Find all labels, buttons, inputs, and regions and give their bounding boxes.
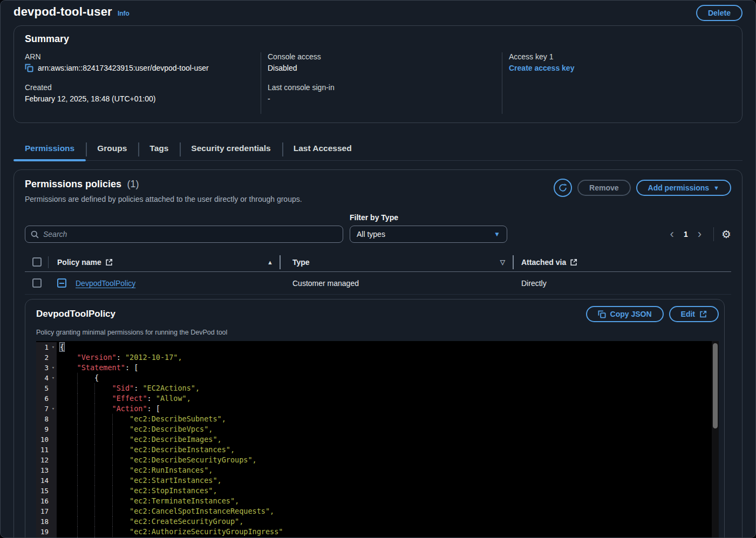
console-access-field: Console access Disabled — [268, 52, 493, 72]
previous-page-button[interactable]: ‹ — [666, 228, 678, 240]
fold-toggle-icon[interactable]: ▾ — [50, 404, 57, 414]
last-signin-label: Last console sign-in — [268, 83, 493, 92]
pagination-tools: ‹ 1 › ⚙ — [666, 226, 731, 243]
page-number[interactable]: 1 — [680, 230, 691, 239]
fold-gutter — [50, 352, 57, 363]
code-line: 14"ec2:StartInstances", — [36, 475, 719, 486]
code-line: 18"ec2:CreateSecurityGroup", — [36, 516, 719, 527]
caret-down-icon: ▼ — [713, 185, 719, 191]
fold-toggle-icon[interactable]: ▾ — [50, 363, 57, 373]
code-line: 6"Effect": "Allow", — [36, 393, 719, 404]
summary-title: Summary — [25, 33, 742, 45]
external-link-icon — [105, 258, 113, 266]
panel-header: Permissions policies (1) Permissions are… — [25, 179, 731, 203]
fold-gutter — [50, 455, 57, 465]
filter-group: Filter by Type All types ▼ — [350, 213, 507, 243]
row-checkbox[interactable] — [32, 278, 42, 288]
fold-gutter — [50, 434, 57, 445]
row-type-cell: Customer managed — [281, 272, 514, 294]
code-line: 9"ec2:DescribeVpcs", — [36, 424, 719, 434]
code-line: 16"ec2:TerminateInstances", — [36, 496, 719, 506]
sort-ascending-icon[interactable]: ▲ — [267, 259, 273, 265]
add-permissions-label: Add permissions — [648, 183, 710, 192]
code-line: 2"Version": "2012-10-17", — [36, 352, 719, 363]
policy-json-editor[interactable]: 1▾{2"Version": "2012-10-17",3▾"Statement… — [36, 341, 719, 538]
type-sort-icon[interactable]: ▽ — [500, 258, 505, 266]
policies-table: Policy name ▲ Type ▽ Attached via — [25, 253, 731, 295]
policy-name-link[interactable]: DevpodToolPolicy — [76, 279, 135, 288]
policy-detail-actions: Copy JSON Edit — [586, 306, 719, 322]
tab-permissions[interactable]: Permissions — [13, 139, 86, 160]
header-type[interactable]: Type ▽ — [281, 253, 514, 271]
table-row: DevpodToolPolicy Customer managed Direct… — [25, 272, 731, 295]
header-attached-via[interactable]: Attached via — [514, 258, 731, 267]
code-lines: 1▾{2"Version": "2012-10-17",3▾"Statement… — [36, 341, 719, 538]
fold-gutter — [50, 506, 57, 516]
create-access-key-link[interactable]: Create access key — [509, 64, 574, 72]
copy-icon[interactable] — [25, 64, 33, 72]
delete-button[interactable]: Delete — [696, 5, 743, 21]
page-header: devpod-tool-user Info Delete — [1, 1, 755, 21]
fold-gutter — [50, 527, 57, 537]
table-header-row: Policy name ▲ Type ▽ Attached via — [25, 253, 731, 272]
code-line: 10"ec2:DescribeImages", — [36, 434, 719, 445]
policy-name-header-label: Policy name — [57, 258, 101, 267]
last-signin-value: - — [268, 94, 493, 103]
created-field: Created February 12, 2025, 18:48 (UTC+01… — [25, 83, 252, 103]
fold-gutter — [50, 475, 57, 486]
fold-gutter — [50, 383, 57, 393]
summary-col-2: Console access Disabled Last console sig… — [261, 52, 502, 114]
summary-grid: ARN arn:aws:iam::824173423915:user/devpo… — [25, 52, 742, 114]
next-page-button[interactable]: › — [693, 228, 706, 240]
arn-label: ARN — [25, 52, 252, 61]
code-line: 7▾"Action": [ — [36, 404, 719, 414]
last-signin-field: Last console sign-in - — [268, 83, 493, 103]
arn-value-row: arn:aws:iam::824173423915:user/devpod-to… — [25, 64, 252, 72]
search-icon — [31, 230, 39, 239]
tabs: Permissions Groups Tags Security credent… — [13, 139, 743, 161]
tab-groups[interactable]: Groups — [86, 139, 138, 160]
tab-last-accessed[interactable]: Last Accessed — [282, 139, 363, 160]
panel-description: Permissions are defined by policies atta… — [25, 195, 302, 203]
tab-tags[interactable]: Tags — [138, 139, 180, 160]
attached-via-header-label: Attached via — [521, 258, 566, 267]
search-input[interactable] — [43, 230, 337, 239]
external-link-icon — [570, 258, 577, 266]
arn-value: arn:aws:iam::824173423915:user/devpod-to… — [38, 64, 209, 72]
filter-label: Filter by Type — [350, 213, 507, 222]
header-policy-name[interactable]: Policy name ▲ — [49, 253, 281, 271]
row-checkbox-cell — [25, 272, 49, 294]
page-title: devpod-tool-user — [13, 5, 112, 19]
remove-button[interactable]: Remove — [577, 180, 630, 196]
refresh-button[interactable] — [554, 179, 572, 197]
fold-gutter — [50, 486, 57, 496]
type-filter-select[interactable]: All types ▼ — [350, 226, 507, 243]
created-value: February 12, 2025, 18:48 (UTC+01:00) — [25, 94, 252, 103]
code-line: 5"Sid": "EC2Actions", — [36, 383, 719, 393]
code-line: 13"ec2:RunInstances", — [36, 465, 719, 475]
info-link[interactable]: Info — [118, 10, 130, 17]
select-all-checkbox[interactable] — [32, 257, 42, 267]
external-link-icon — [699, 310, 707, 318]
editor-scrollbar-thumb[interactable] — [713, 343, 718, 428]
panel-count: (1) — [127, 179, 139, 189]
edit-label: Edit — [681, 310, 695, 318]
fold-toggle-icon[interactable]: ▾ — [50, 373, 57, 383]
fold-toggle-icon[interactable]: ▾ — [50, 342, 57, 352]
gear-icon[interactable]: ⚙ — [721, 228, 731, 241]
copy-json-label: Copy JSON — [610, 310, 652, 318]
panel-title-block: Permissions policies (1) Permissions are… — [25, 179, 302, 203]
panel-actions: Remove Add permissions ▼ — [554, 179, 731, 197]
access-key-field: Access key 1 Create access key — [509, 52, 733, 72]
row-policy-name-cell: DevpodToolPolicy — [49, 272, 281, 294]
fold-gutter — [50, 465, 57, 475]
add-permissions-button[interactable]: Add permissions ▼ — [636, 180, 731, 196]
tab-security-credentials[interactable]: Security credentials — [180, 139, 282, 160]
access-key-label: Access key 1 — [509, 52, 733, 61]
fold-gutter — [50, 516, 57, 527]
code-line: 1▾{ — [36, 342, 719, 352]
collapse-row-icon[interactable] — [57, 278, 66, 288]
search-box[interactable] — [25, 226, 343, 243]
edit-policy-button[interactable]: Edit — [669, 306, 719, 322]
copy-json-button[interactable]: Copy JSON — [586, 306, 664, 322]
